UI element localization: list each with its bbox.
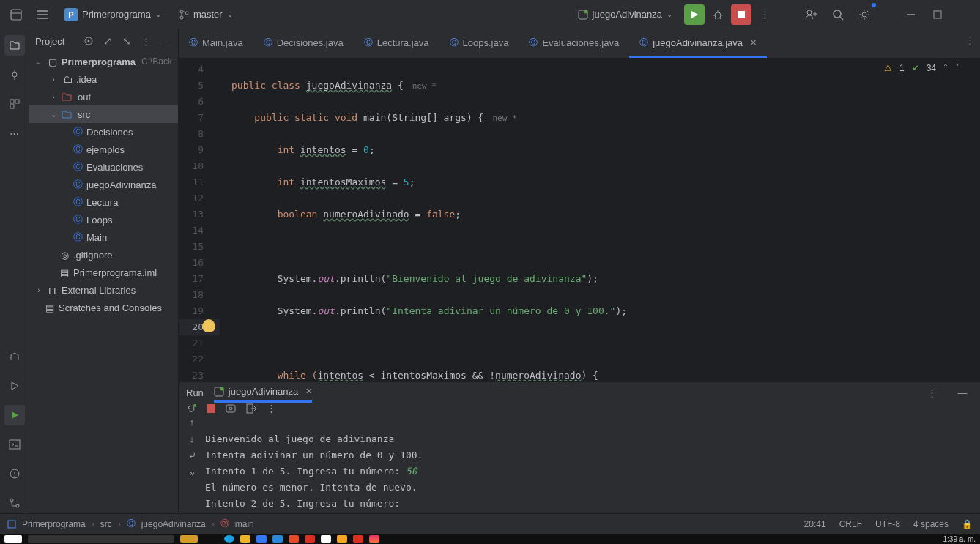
branch-selector[interactable]: master ⌄ [173, 6, 239, 23]
collapse-all-icon[interactable]: ⤡ [119, 34, 134, 48]
project-tool-icon[interactable] [4, 35, 25, 56]
tree-file[interactable]: ⒸLectura [29, 193, 178, 211]
inspection-widget[interactable]: ⚠1 ✔34 ˄ ˅ [884, 63, 959, 73]
tab-loops[interactable]: ⒸLoops.java [439, 29, 519, 58]
tree-folder-idea[interactable]: ›🗀 .idea [29, 70, 178, 88]
tree-file[interactable]: Ⓒejemplos [29, 141, 178, 158]
hide-sidebar-icon[interactable]: — [157, 34, 172, 48]
tab-main[interactable]: ⒸMain.java [179, 29, 253, 58]
sidebar-header: Project ⤢ ⤡ ⋮ — [29, 29, 178, 53]
tab-evaluaciones[interactable]: ⒸEvaluaciones.java [519, 29, 629, 58]
services-tool-icon[interactable] [4, 376, 25, 396]
tree-file[interactable]: ⒸjuegoAdivinanza [29, 176, 178, 193]
class-icon: Ⓒ [72, 143, 83, 156]
svg-rect-7 [738, 11, 745, 18]
tree-label: ejemplos [86, 144, 125, 155]
structure-tool-icon[interactable] [4, 94, 25, 114]
code-with-me-icon[interactable] [801, 4, 822, 25]
maximize-icon[interactable] [927, 4, 948, 25]
scroll-to-end-icon[interactable]: » [189, 467, 194, 478]
search-icon[interactable] [828, 4, 848, 25]
tree-folder-out[interactable]: › out [29, 88, 178, 105]
tree-file[interactable]: ⒸMain [29, 228, 178, 246]
tab-decisiones[interactable]: ⒸDecisiones.java [253, 29, 354, 58]
run-more-icon[interactable]: ⋮ [921, 382, 942, 403]
more-actions-icon[interactable]: ⋮ [754, 4, 775, 25]
tree-file[interactable]: ⒸLoops [29, 211, 178, 228]
bc-src[interactable]: src [100, 519, 112, 529]
tree-scratches[interactable]: ▤Scratches and Consoles [29, 299, 178, 316]
code-area[interactable]: public class juegoAdivinanza {new * publ… [220, 59, 980, 381]
bc-project[interactable]: Primerprograma [22, 519, 86, 529]
tab-lectura[interactable]: ⒸLectura.java [354, 29, 439, 58]
exit-icon[interactable] [246, 403, 256, 414]
vcs-tool-icon[interactable] [4, 493, 25, 513]
hide-run-icon[interactable]: — [952, 382, 973, 403]
editor[interactable]: 4567891011121314151617181920212223242526… [179, 59, 980, 381]
close-run-tab-icon[interactable]: ✕ [305, 387, 312, 396]
minimize-icon[interactable] [901, 4, 921, 25]
more-tool-icon[interactable]: ⋯ [4, 123, 25, 144]
commit-tool-icon[interactable] [4, 64, 25, 85]
rerun-icon[interactable] [186, 403, 196, 414]
bc-class[interactable]: juegoAdivinanza [141, 519, 206, 529]
tabs-more-icon[interactable]: ⋮ [959, 29, 980, 50]
console-line: Intento 1 de 5. Ingresa tu número: [205, 466, 406, 477]
terminal-tool-icon[interactable] [4, 434, 25, 455]
svg-point-12 [12, 72, 17, 77]
problems-tool-icon[interactable] [4, 463, 25, 484]
scroll-down-icon[interactable]: ↓ [190, 433, 195, 444]
indent[interactable]: 4 spaces [913, 519, 949, 529]
project-icon: P [64, 8, 78, 21]
run-tab-config[interactable]: juegoAdivinanza ✕ [214, 382, 312, 403]
project-tree[interactable]: ⌄ ▢ Primerprograma C:\Back ›🗀 .idea › ou… [29, 53, 178, 513]
chevron-down-icon: ⌄ [155, 10, 161, 18]
os-taskbar[interactable]: 1:39 a. m. [0, 534, 980, 544]
line-sep[interactable]: CRLF [839, 519, 862, 529]
tab-juegoadivinanza[interactable]: ⒸjuegoAdivinanza.java✕ [629, 29, 767, 58]
console-line: Bienvenido al juego de adivinanza [205, 433, 394, 444]
svg-point-9 [834, 10, 841, 18]
run-toolbar-more-icon[interactable]: ⋮ [267, 403, 276, 414]
tree-external[interactable]: ›⫿⫿External Libraries [29, 281, 178, 299]
prev-highlight-icon[interactable]: ˄ [943, 63, 948, 73]
expand-all-icon[interactable]: ⤢ [100, 34, 115, 48]
hamburger-icon[interactable] [32, 4, 53, 25]
settings-icon[interactable] [854, 4, 875, 25]
tree-folder-src[interactable]: ⌄ src [29, 105, 178, 123]
debug-button[interactable] [708, 4, 728, 25]
sidebar-more-icon[interactable]: ⋮ [138, 34, 153, 48]
svg-point-10 [862, 12, 866, 17]
folder-icon [62, 110, 72, 119]
run-config-selector[interactable]: juegoAdivinanza ⌄ [572, 6, 678, 23]
caret-position[interactable]: 20:41 [804, 519, 826, 529]
scroll-up-icon[interactable]: ↑ [190, 417, 195, 428]
svg-rect-15 [10, 105, 14, 108]
bc-method[interactable]: main [235, 519, 254, 529]
lightbulb-icon[interactable] [202, 319, 215, 332]
next-highlight-icon[interactable]: ˅ [955, 63, 959, 73]
tree-gitignore[interactable]: ◎.gitignore [29, 246, 178, 264]
close-tab-icon[interactable]: ✕ [750, 38, 757, 48]
ok-count: 34 [927, 63, 936, 73]
stop-run-icon[interactable] [207, 404, 215, 413]
app-menu-icon[interactable] [6, 4, 26, 25]
tree-file[interactable]: ⒸDecisiones [29, 123, 178, 141]
readonly-icon[interactable]: 🔒 [962, 519, 973, 529]
select-opened-file-icon[interactable] [81, 34, 96, 48]
project-selector[interactable]: P Primerprograma ⌄ [59, 5, 167, 24]
build-tool-icon[interactable] [4, 346, 25, 367]
tree-root[interactable]: ⌄ ▢ Primerprograma C:\Back [29, 53, 178, 70]
tree-iml[interactable]: ▤Primerprograma.iml [29, 264, 178, 281]
encoding[interactable]: UTF-8 [875, 519, 900, 529]
run-tool-icon[interactable] [4, 405, 25, 425]
soft-wrap-icon[interactable]: ⤶ [188, 450, 196, 461]
run-button[interactable] [684, 4, 705, 25]
console-output[interactable]: Bienvenido al juego de adivinanza Intent… [205, 414, 980, 528]
run-toolbar: ⋮ [179, 403, 980, 414]
stop-button[interactable] [731, 4, 751, 25]
class-icon: Ⓒ [72, 195, 83, 209]
tree-file[interactable]: ⒸEvaluaciones [29, 158, 178, 176]
project-sidebar: Project ⤢ ⤡ ⋮ — ⌄ ▢ Primerprograma C:\Ba… [29, 29, 179, 513]
dump-threads-icon[interactable] [226, 404, 236, 413]
